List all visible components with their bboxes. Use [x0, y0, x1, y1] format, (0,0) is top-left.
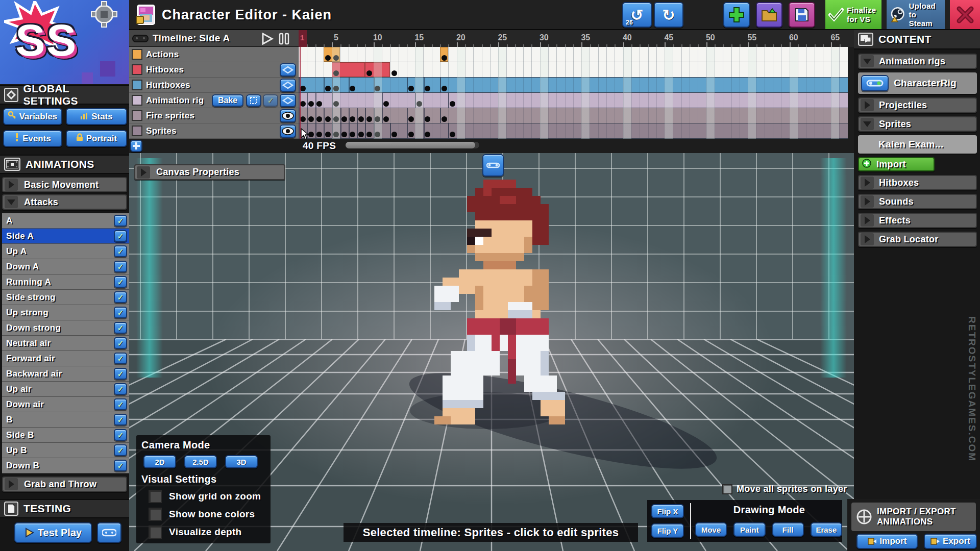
track-row-animation-rig[interactable]: [299, 93, 848, 108]
animation-check-button[interactable]: ✓: [114, 429, 127, 441]
animation-item-down-air[interactable]: Down air✓: [2, 397, 129, 412]
keyframe-dot[interactable]: [391, 70, 397, 76]
keyframe-dot[interactable]: [325, 86, 331, 91]
animation-check-button[interactable]: ✓: [114, 230, 127, 242]
animation-item-running-a[interactable]: Running A✓: [2, 274, 129, 290]
group-attacks[interactable]: Attacks: [2, 194, 127, 210]
frame-select-button[interactable]: [246, 94, 261, 107]
keyframe-dot[interactable]: [408, 86, 414, 91]
keyframe-dot[interactable]: [333, 55, 339, 61]
drawing-mode-paint-button[interactable]: Paint: [733, 522, 765, 537]
animation-check-button[interactable]: ✓: [114, 261, 127, 272]
animation-check-button[interactable]: ✓: [114, 245, 127, 257]
content-sprite-kaien-exam[interactable]: Kaien Exam...: [858, 135, 977, 154]
keyframe-dot[interactable]: [358, 116, 364, 122]
import-animations-button[interactable]: Import: [856, 534, 918, 549]
keyframe-dot[interactable]: [442, 116, 447, 122]
content-import-button[interactable]: Import: [858, 157, 935, 171]
content-group-sounds[interactable]: Sounds: [858, 194, 977, 209]
content-rig-characterrig[interactable]: CharacterRig: [858, 72, 977, 94]
play-button[interactable]: [261, 33, 274, 45]
group-grab-and-throw[interactable]: Grab and Throw: [2, 477, 127, 492]
camera-mode-3d-button[interactable]: 3D: [225, 455, 258, 468]
keyframe-dot[interactable]: [442, 55, 447, 61]
gear-icon[interactable]: [91, 1, 117, 28]
keyframe-dot[interactable]: [308, 132, 314, 137]
content-group-sprites[interactable]: Sprites: [858, 116, 977, 132]
keyframe-dot[interactable]: [450, 132, 455, 137]
rig-tool-button[interactable]: [482, 154, 504, 177]
animation-item-down-strong[interactable]: Down strong✓: [2, 320, 129, 336]
keyframe-dot[interactable]: [325, 55, 331, 61]
animation-item-b[interactable]: B✓: [2, 412, 129, 428]
keyframe-dot[interactable]: [308, 101, 314, 107]
camera-mode-2d-button[interactable]: 2D: [143, 455, 176, 468]
content-group-projectiles[interactable]: Projectiles: [858, 97, 977, 113]
move-all-checkbox[interactable]: [722, 484, 732, 494]
animation-item-neutral-air[interactable]: Neutral air✓: [2, 336, 129, 351]
visibility-on-button[interactable]: [280, 109, 296, 122]
animation-check-button[interactable]: ✓: [114, 276, 127, 288]
visibility-off-button[interactable]: [280, 63, 296, 77]
keyframe-dot[interactable]: [325, 116, 331, 122]
pause-button[interactable]: [278, 33, 290, 45]
open-folder-button[interactable]: [756, 2, 782, 28]
test-play-button[interactable]: Test Play: [14, 522, 92, 543]
track-row-sprites[interactable]: [299, 123, 848, 139]
visibility-off-button[interactable]: [280, 94, 296, 107]
drawing-mode-move-button[interactable]: Move: [695, 522, 727, 537]
keyframe-dot[interactable]: [366, 116, 372, 122]
redo-button[interactable]: ↻: [654, 2, 683, 28]
timeline-ruler[interactable]: 15101520253035404550556065: [299, 30, 854, 47]
animation-item-up-b[interactable]: Up B✓: [2, 443, 129, 458]
visibility-off-button[interactable]: [280, 79, 296, 92]
content-group-effects[interactable]: Effects: [858, 213, 977, 228]
content-group-hitboxes[interactable]: Hitboxes: [858, 175, 977, 190]
keyframe-dot[interactable]: [450, 101, 455, 107]
animation-check-button[interactable]: ✓: [114, 215, 127, 227]
keyframe-dot[interactable]: [333, 132, 339, 137]
keyframe-dot[interactable]: [442, 86, 447, 91]
flip-x-button[interactable]: Flip X: [651, 504, 684, 518]
animation-item-forward-air[interactable]: Forward air✓: [2, 351, 129, 366]
keyframe-dot[interactable]: [391, 132, 397, 137]
keyframe-dot[interactable]: [366, 70, 372, 76]
keyframe-dot[interactable]: [333, 116, 339, 122]
canvas-properties-header[interactable]: Canvas Properties: [134, 164, 285, 180]
keyframe-dot[interactable]: [333, 86, 339, 91]
keyframe-dot[interactable]: [300, 116, 306, 122]
content-group-animation-rigs[interactable]: Animation rigs: [858, 54, 977, 69]
track-row-actions[interactable]: [299, 47, 848, 62]
visibility-on-button[interactable]: [280, 124, 296, 138]
keyframe-dot[interactable]: [366, 132, 372, 137]
keyframe-dot[interactable]: [383, 101, 389, 107]
drawing-mode-fill-button[interactable]: Fill: [772, 522, 804, 537]
animation-item-side-a[interactable]: Side A✓: [2, 229, 129, 244]
save-button[interactable]: [789, 2, 815, 28]
keyframe-dot[interactable]: [333, 101, 339, 107]
flip-y-button[interactable]: Flip Y: [651, 523, 684, 538]
track-row-fire-sprites[interactable]: [299, 108, 848, 123]
animation-item-side-b[interactable]: Side B✓: [2, 428, 129, 443]
animation-check-button[interactable]: ✓: [114, 398, 127, 410]
animation-check-button[interactable]: ✓: [114, 322, 127, 334]
scene-canvas[interactable]: Canvas Properties Camera Mode 2D2.5D3D V…: [129, 153, 854, 551]
keyframe-dot[interactable]: [325, 132, 331, 137]
keyframe-dot[interactable]: [333, 70, 339, 76]
animation-check-button[interactable]: ✓: [114, 444, 127, 456]
keyframe-dot[interactable]: [408, 132, 414, 137]
track-row-hurtboxes[interactable]: [299, 78, 848, 93]
show-bone-colors-checkbox[interactable]: [149, 508, 162, 521]
close-button[interactable]: [950, 0, 980, 29]
keyframe-dot[interactable]: [358, 132, 364, 137]
keyframe-dot[interactable]: [300, 86, 306, 91]
drawing-mode-erase-button[interactable]: Erase: [811, 522, 842, 537]
camera-mode-2-5d-button[interactable]: 2.5D: [184, 455, 217, 468]
upload-steam-button[interactable]: Uploadto Steam: [887, 0, 945, 29]
animation-check-button[interactable]: ✓: [114, 291, 127, 303]
keyframe-dot[interactable]: [416, 101, 422, 107]
keyframe-dot[interactable]: [408, 116, 414, 122]
undo-button[interactable]: ↻ 26: [622, 2, 652, 28]
finalize-button[interactable]: Finalizefor VS: [825, 0, 881, 29]
animation-item-side-strong[interactable]: Side strong✓: [2, 290, 129, 305]
